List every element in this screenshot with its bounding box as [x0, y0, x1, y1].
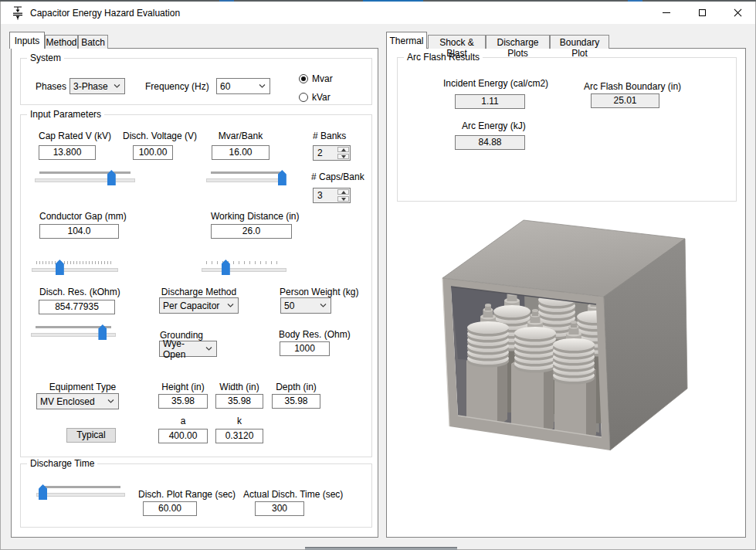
- tab-thermal[interactable]: Thermal: [386, 32, 427, 49]
- discharge-time-group-title: Discharge Time: [27, 458, 97, 469]
- close-icon: [734, 8, 742, 17]
- taskbar-sliver: [305, 547, 457, 550]
- num-banks-label: # Banks: [313, 131, 346, 141]
- close-button[interactable]: [720, 2, 755, 24]
- phases-value: 3-Phase: [73, 81, 108, 92]
- chevron-down-icon: [227, 304, 234, 307]
- disch-voltage-field[interactable]: 100.00: [133, 145, 173, 160]
- caps-per-bank-label: # Caps/Bank: [311, 171, 364, 182]
- capacitor-bank-3d-render: [393, 209, 741, 536]
- phases-select[interactable]: 3-Phase: [69, 78, 125, 94]
- system-group: System Phases 3-Phase Frequency (Hz) 60 …: [20, 58, 372, 105]
- slider-track: [35, 178, 135, 182]
- tab-batch[interactable]: Batch: [78, 35, 108, 49]
- maximize-button[interactable]: [684, 2, 720, 24]
- cap-rated-v-field[interactable]: 13.800: [39, 145, 96, 160]
- mvar-per-bank-label: Mvar/Bank: [212, 131, 270, 141]
- chevron-down-icon: [320, 304, 327, 307]
- cap-rated-v-slider[interactable]: [35, 169, 135, 189]
- disch-res-field[interactable]: 854.77935: [39, 300, 115, 314]
- incident-energy-label: Incident Energy (cal/cm2): [443, 78, 538, 89]
- a-label: a: [158, 416, 208, 426]
- arc-flash-results-title: Arc Flash Results: [404, 52, 483, 63]
- slider-ticks: [211, 171, 281, 174]
- chevron-down-icon: [107, 399, 114, 403]
- arc-flash-results-group: Arc Flash Results Incident Energy (cal/c…: [397, 57, 737, 202]
- conductor-gap-slider[interactable]: [32, 259, 118, 279]
- body-res-label: Body Res. (Ohm): [279, 329, 351, 340]
- input-parameters-group-title: Input Parameters: [27, 109, 104, 120]
- a-field[interactable]: 400.00: [158, 429, 208, 443]
- minimize-button[interactable]: [649, 2, 684, 24]
- plot-range-field[interactable]: 60.00: [143, 501, 197, 516]
- grounding-value: Wye-Open: [163, 338, 205, 360]
- tab-boundary-plot[interactable]: Boundary Plot: [550, 35, 609, 49]
- slider-ticks: [36, 261, 114, 264]
- height-label: Height (in): [158, 382, 208, 392]
- mvar-per-bank-slider[interactable]: [206, 169, 286, 189]
- grounding-select[interactable]: Wye-Open: [159, 341, 217, 357]
- slider-track: [202, 268, 286, 272]
- mvar-per-bank-field[interactable]: 16.00: [212, 145, 270, 160]
- k-field[interactable]: 0.3120: [215, 429, 263, 443]
- height-field[interactable]: 35.98: [158, 394, 208, 409]
- depth-field[interactable]: 35.98: [272, 394, 320, 409]
- frequency-value: 60: [220, 81, 230, 92]
- frequency-select[interactable]: 60: [216, 78, 270, 94]
- equipment-type-select[interactable]: MV Enclosed: [36, 393, 119, 409]
- caps-per-bank-down-button[interactable]: [337, 196, 349, 202]
- up-arrow-icon: [341, 191, 346, 194]
- width-label: Width (in): [215, 382, 263, 392]
- actual-disch-time-field[interactable]: 300: [255, 501, 304, 516]
- down-arrow-icon: [341, 198, 346, 201]
- num-banks-up-button[interactable]: [337, 147, 349, 152]
- disch-res-slider[interactable]: [31, 324, 116, 344]
- width-field[interactable]: 35.98: [215, 394, 263, 409]
- equipment-type-value: MV Enclosed: [40, 396, 95, 407]
- conductor-gap-label: Conductor Gap (mm): [39, 211, 119, 222]
- input-parameters-group: Input Parameters Cap Rated V (kV) Disch.…: [20, 114, 372, 457]
- person-weight-select[interactable]: 50: [280, 297, 331, 314]
- tab-method[interactable]: Method: [45, 35, 78, 49]
- kvar-radio-label[interactable]: kVar: [312, 92, 331, 103]
- app-window: Capacitor Energy Hazard Evaluation Input…: [0, 0, 756, 550]
- person-weight-value: 50: [284, 300, 294, 311]
- num-banks-stepper[interactable]: 2: [313, 145, 351, 161]
- chevron-down-icon: [205, 347, 212, 351]
- up-arrow-icon: [341, 148, 346, 151]
- tab-shock-blast[interactable]: Shock & Blast: [428, 35, 486, 49]
- slider-ticks: [41, 486, 120, 488]
- kvar-radio[interactable]: [299, 93, 308, 102]
- arc-flash-boundary-field[interactable]: 25.01: [591, 93, 659, 108]
- caps-per-bank-value: 3: [314, 188, 337, 202]
- body-res-field[interactable]: 1000: [280, 341, 330, 356]
- tab-discharge-plots[interactable]: Discharge Plots: [486, 35, 550, 49]
- mvar-radio[interactable]: [299, 74, 308, 83]
- working-distance-field[interactable]: 26.0: [211, 224, 292, 239]
- disch-voltage-label: Disch. Voltage (V): [123, 131, 188, 141]
- tab-inputs[interactable]: Inputs: [9, 32, 45, 49]
- chevron-down-icon: [114, 84, 120, 88]
- num-banks-down-button[interactable]: [337, 154, 349, 159]
- actual-disch-time-label: Actual Disch. Time (sec): [243, 489, 340, 500]
- incident-energy-field[interactable]: 1.11: [455, 94, 525, 109]
- working-distance-slider[interactable]: [202, 259, 286, 279]
- typical-button[interactable]: Typical: [66, 428, 116, 443]
- maximize-icon: [699, 9, 706, 16]
- phases-label: Phases: [36, 81, 66, 92]
- caps-per-bank-up-button[interactable]: [337, 189, 349, 195]
- discharge-time-slider[interactable]: [36, 484, 125, 504]
- slider-track: [36, 493, 125, 497]
- conductor-gap-field[interactable]: 104.0: [39, 224, 119, 239]
- arc-energy-field[interactable]: 84.88: [455, 135, 525, 150]
- num-banks-value: 2: [314, 146, 337, 160]
- disch-res-label: Disch. Res. (kOhm): [39, 287, 110, 297]
- slider-track: [206, 178, 286, 182]
- mvar-radio-label[interactable]: Mvar: [312, 73, 333, 84]
- slider-ticks: [39, 171, 131, 174]
- k-label: k: [215, 416, 263, 426]
- caps-per-bank-stepper[interactable]: 3: [313, 188, 351, 203]
- discharge-method-select[interactable]: Per Capacitor: [159, 297, 239, 314]
- system-group-title: System: [27, 53, 64, 63]
- frequency-label: Frequency (Hz): [145, 81, 209, 92]
